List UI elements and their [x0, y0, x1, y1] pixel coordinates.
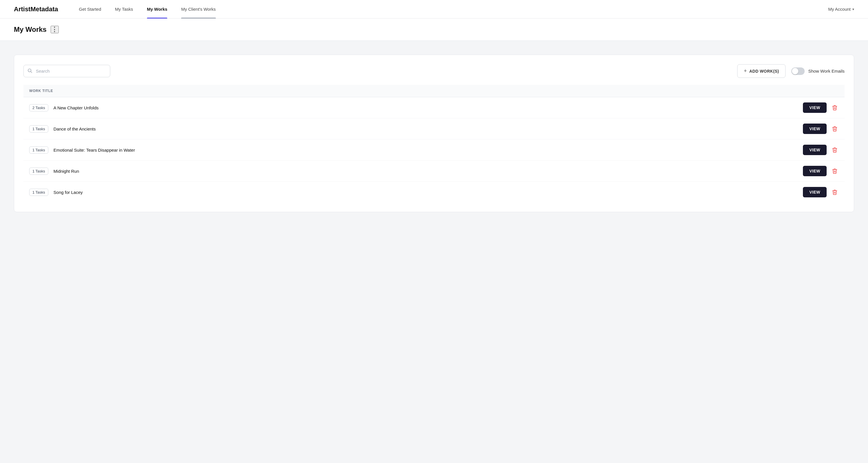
action-cell-1: VIEW [609, 118, 844, 140]
nav-my-clients-works[interactable]: My Client's Works [174, 0, 222, 19]
view-button-0[interactable]: VIEW [803, 102, 827, 113]
table-row: 1 Tasks Emotional Suite: Tears Disappear… [24, 140, 844, 161]
search-icon [28, 68, 32, 74]
delete-button-1[interactable] [831, 125, 839, 133]
work-cell-4: 1 Tasks Song for Lacey [24, 182, 609, 203]
nav-my-tasks[interactable]: My Tasks [108, 0, 140, 19]
task-badge-0: 2 Tasks [29, 104, 48, 112]
work-cell-0: 2 Tasks A New Chapter Unfolds [24, 97, 609, 118]
task-badge-2: 1 Tasks [29, 147, 48, 154]
toolbar: + ADD WORK(S) Show Work Emails [24, 64, 844, 78]
navbar: ArtistMetadata Get Started My Tasks My W… [0, 0, 868, 19]
delete-button-4[interactable] [831, 188, 839, 196]
delete-button-3[interactable] [831, 167, 839, 175]
my-account-menu[interactable]: My Account ▾ [828, 7, 854, 11]
task-badge-1: 1 Tasks [29, 125, 48, 132]
delete-button-0[interactable] [831, 103, 839, 112]
work-cell-1: 1 Tasks Dance of the Ancients [24, 118, 609, 140]
plus-icon: + [744, 68, 747, 74]
work-title-3: Midnight Run [54, 169, 79, 174]
toolbar-right: + ADD WORK(S) Show Work Emails [737, 64, 844, 78]
view-button-4[interactable]: VIEW [803, 187, 827, 197]
works-card: + ADD WORK(S) Show Work Emails WORK TITL… [14, 55, 854, 212]
search-input[interactable] [24, 65, 110, 77]
chevron-down-icon: ▾ [852, 7, 854, 11]
add-work-button[interactable]: + ADD WORK(S) [737, 64, 786, 78]
view-button-3[interactable]: VIEW [803, 166, 827, 176]
table-row: 1 Tasks Midnight Run VIEW [24, 161, 844, 182]
svg-line-1 [31, 71, 32, 73]
column-header-work-title: WORK TITLE [24, 85, 609, 97]
works-table: WORK TITLE 2 Tasks A New Chapter Unfolds… [24, 85, 844, 203]
work-cell-2: 1 Tasks Emotional Suite: Tears Disappear… [24, 140, 609, 161]
task-badge-4: 1 Tasks [29, 189, 48, 196]
toggle-track[interactable] [791, 67, 805, 75]
toggle-thumb [792, 68, 798, 74]
work-title-1: Dance of the Ancients [54, 126, 96, 131]
action-cell-3: VIEW [609, 161, 844, 182]
work-title-4: Song for Lacey [54, 190, 83, 195]
view-button-2[interactable]: VIEW [803, 145, 827, 155]
work-title-0: A New Chapter Unfolds [54, 105, 99, 110]
table-row: 1 Tasks Dance of the Ancients VIEW [24, 118, 844, 140]
delete-button-2[interactable] [831, 146, 839, 154]
view-button-1[interactable]: VIEW [803, 124, 827, 134]
brand-logo: ArtistMetadata [14, 5, 58, 13]
page-header: My Works ⋮ [0, 19, 868, 41]
page-title: My Works [14, 26, 46, 34]
nav-my-works[interactable]: My Works [140, 0, 175, 19]
nav-links: Get Started My Tasks My Works My Client'… [72, 0, 828, 19]
work-cell-3: 1 Tasks Midnight Run [24, 161, 609, 182]
work-title-2: Emotional Suite: Tears Disappear in Wate… [54, 148, 135, 153]
more-options-button[interactable]: ⋮ [51, 26, 59, 33]
action-cell-0: VIEW [609, 97, 844, 118]
table-row: 1 Tasks Song for Lacey VIEW [24, 182, 844, 203]
show-work-emails-toggle[interactable]: Show Work Emails [791, 67, 844, 75]
task-badge-3: 1 Tasks [29, 167, 48, 175]
action-cell-2: VIEW [609, 140, 844, 161]
table-row: 2 Tasks A New Chapter Unfolds VIEW [24, 97, 844, 118]
action-cell-4: VIEW [609, 182, 844, 203]
main-content: + ADD WORK(S) Show Work Emails WORK TITL… [0, 41, 868, 226]
column-header-actions [609, 85, 844, 97]
nav-get-started[interactable]: Get Started [72, 0, 108, 19]
search-wrapper [24, 65, 110, 77]
